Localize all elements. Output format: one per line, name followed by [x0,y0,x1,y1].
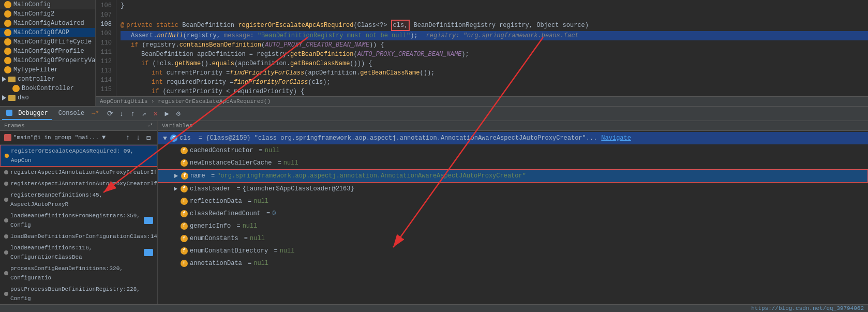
var-value-newinstance: null [283,158,298,168]
kw-if3: if [152,87,163,96]
sidebar-item-mainconfig[interactable]: MainConfig [0,0,95,9]
thread-label: "main"@1 in group "mai... [13,135,99,141]
var-item-enumconstdir[interactable]: f enumConstantDirectory = null [158,245,868,257]
field-type-icon: f [181,198,188,205]
frame-item-1[interactable]: registerAspectJAnnotationAutoProxyCreato… [0,167,157,178]
sidebar-item-mytypefilter[interactable]: MyTypeFilter [0,65,95,75]
inline-hint: registry: "org.springframework.beans.fac… [426,31,579,40]
frame-item-6[interactable]: loadBeanDefinitions:116, ConfigurationCl… [0,242,157,263]
code-line-115: if (currentPriority < requiredPriority) … [121,87,868,96]
class-icon [4,10,11,18]
sidebar-item-label: MyTypeFilter [13,66,58,73]
debugger-content: Frames →* "main"@1 in group "mai... ▼ ↑ … [0,121,868,304]
var-item-classredefined[interactable]: f classRedefinedCount = 0 [158,207,868,220]
string-value: "BeanDefinitionRegistry must not be null… [258,31,410,40]
frame-dot-icon [4,170,8,174]
frame-item-0[interactable]: registerOrEscalateApcAsRequired: 09, Aop… [0,145,157,167]
var-expand-icon[interactable] [172,223,178,229]
code-line-112: if (!cls. getName (). equals (apcDefinit… [121,59,868,68]
var-item-name[interactable]: f name = "org.springframework.aop.aspect… [158,169,868,183]
frame-item-8[interactable]: postProcessBeanDefinitionRegistry:228, C… [0,284,157,304]
frames-panel: Frames →* "main"@1 in group "mai... ▼ ↑ … [0,121,158,304]
var-item-cached[interactable]: f cachedConstructor = null [158,144,868,157]
var-item-enumconst[interactable]: f enumConstants = null [158,232,868,245]
if3-content: (currentPriority < requiredPriority) { [163,87,305,96]
sidebar-item-mainconfig-lifecycle[interactable]: MainConfigOfLifeCycle [0,37,95,47]
frame-item-4[interactable]: loadBeanDefinitionsFromRegistrars:359, C… [0,210,157,231]
sidebar-folder-dao[interactable]: dao [0,93,95,102]
toolbar-step-into[interactable]: ↓ [117,109,126,118]
tab-debugger-label: Debugger [18,110,48,117]
arg2: ( [353,50,357,59]
frame-item-5[interactable]: loadBeanDefinitionsForConfigurationClass… [0,231,157,242]
var-item-reflectiondata[interactable]: f reflectionData = null [158,195,868,207]
navigate-link[interactable]: Navigate [601,133,631,143]
var-current: currentPriority = [167,68,230,78]
var-item-classloader[interactable]: f classLoader = {Launcher$AppClassLoader… [158,183,868,195]
var-expand-icon[interactable] [173,173,179,179]
field-type-icon: f [181,159,188,167]
bracket2: ())) { [350,59,372,68]
class-type-icon: C [170,135,177,142]
frame-item-2[interactable]: registerAspectJAnnotationAutoProxyCreato… [0,178,157,189]
code-line-108: @ private static BeanDefinition register… [121,20,868,31]
dropdown-arrow-icon: ▼ [102,134,106,141]
field-type-icon: f [181,260,188,267]
method-getname: getName [175,59,201,68]
paren: ); [410,31,417,40]
sidebar-item-bookcontroller[interactable]: BookController [0,84,95,93]
var-item-annotationdata[interactable]: f annotationData = null [158,257,868,270]
call-args2: (cls); [308,78,330,87]
sidebar-item-mainconfig-profile[interactable]: MainConfigOfProfile [0,47,95,56]
sidebar-item-label: BookController [22,85,74,92]
var-value-annotationdata: null [253,258,268,269]
toolbar-resume[interactable]: ▶ [162,109,172,118]
toolbar-step-out[interactable]: ↑ [128,109,138,118]
sidebar-folder-controller[interactable]: controller [0,75,95,84]
sidebar-item-mainconfigautowired[interactable]: MainConfigAutowired [0,19,95,28]
kw-int2: int [152,78,167,87]
line-num-108: 108 [96,20,112,29]
step-btn-1[interactable]: ↑ [123,133,132,142]
line-num-114: 114 [96,76,112,85]
var-item-cls[interactable]: C cls = {Class@2159} "class org.springfr… [158,132,868,144]
var-eq9: = [241,233,248,244]
method-equals: equals [212,59,234,68]
var-item-newinstance[interactable]: f newInstanceCallerCache = null [158,157,868,169]
var-item-genericinfo[interactable]: f genericInfo = null [158,220,868,232]
var-expand-icon[interactable] [172,147,178,154]
filter-btn[interactable]: ⊟ [144,133,153,142]
toolbar-settings[interactable]: ⚙ [174,109,183,118]
sidebar-item-mainconfig-aop[interactable]: MainConfigOfAOP [0,28,95,37]
step-btn-2[interactable]: ↓ [133,133,143,142]
toolbar-stop[interactable]: ✕ [151,109,160,118]
field-type-icon: f [181,235,188,242]
code-line-113: int currentPriority = findPriorityForCla… [121,68,868,78]
var-expand-icon[interactable] [162,135,168,141]
toolbar-step-over[interactable]: ⟳ [106,109,115,118]
sidebar-item-mainconfig2[interactable]: MainConfig2 [0,9,95,19]
class-icon [4,20,11,27]
line-num-110: 110 [96,38,112,48]
var-name-cls: cls [179,133,191,143]
tab-console[interactable]: Console [54,108,88,120]
var-expand-icon[interactable] [172,211,178,217]
frame-item-3[interactable]: registerBeanDefinitions:45, AspectJAutoP… [0,189,157,210]
method-findpriority2: findPriorityForClass [233,78,308,87]
var-expand-icon[interactable] [172,260,178,266]
var-expand-icon[interactable] [172,186,178,192]
frame-item-7[interactable]: processConfigBeanDefinitions:320, Config… [0,263,157,284]
class-icon [4,57,11,64]
tab-debugger[interactable]: Debugger [2,108,52,120]
assert-method: notNull [157,31,183,40]
line-num-113: 113 [96,66,112,76]
toolbar-run-cursor[interactable]: ↗ [140,109,149,118]
var-expand-icon[interactable] [172,198,178,204]
frame-dot-icon [4,250,8,255]
var-expand-icon[interactable] [172,235,178,242]
var-expand-icon[interactable] [172,248,178,254]
code-content: 106 107 108 109 110 111 112 113 114 115 … [96,0,868,96]
thread-selector[interactable]: "main"@1 in group "mai... ▼ ↑ ↓ ⊟ [0,131,157,145]
var-expand-icon[interactable] [172,160,178,166]
sidebar-item-mainconfig-property[interactable]: MainConfigOfPropertyVa [0,56,95,65]
